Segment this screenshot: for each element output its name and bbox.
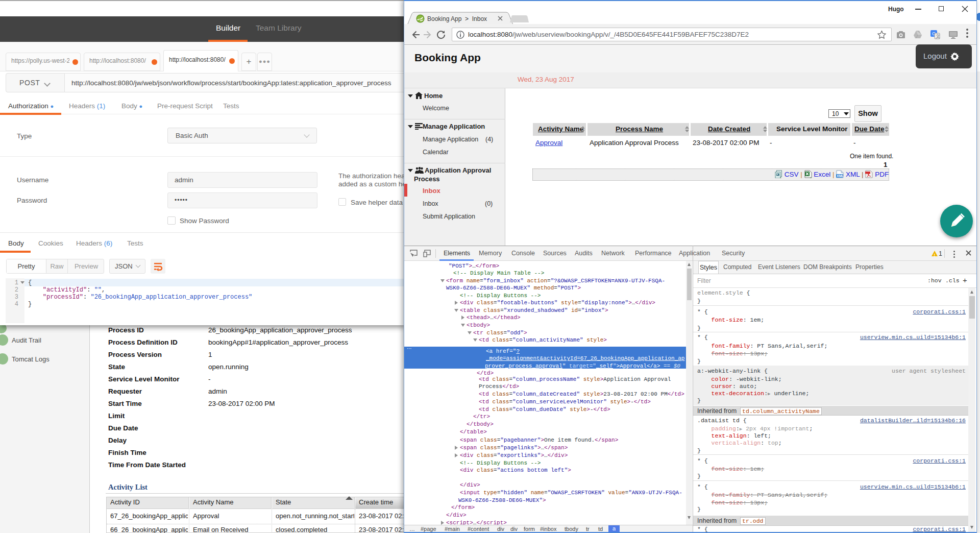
svg-text:文: 文 bbox=[936, 34, 940, 39]
svg-text:XML: XML bbox=[837, 174, 844, 178]
